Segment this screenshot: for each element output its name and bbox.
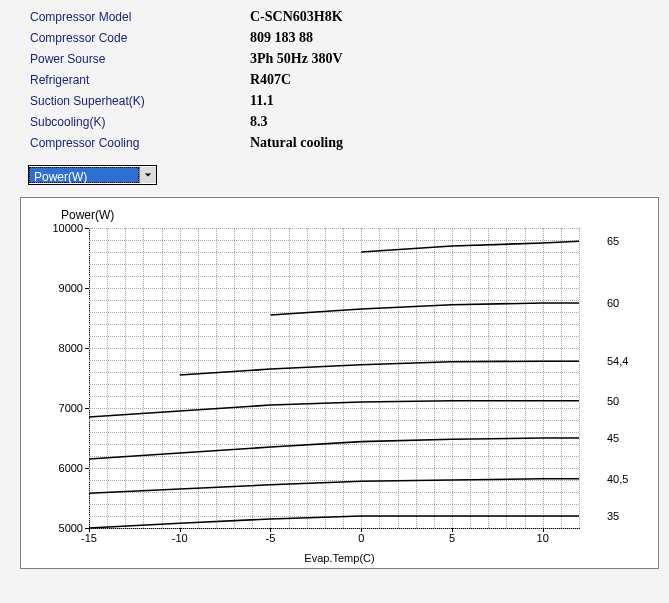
spec-row: Compressor Code809 183 88	[30, 27, 649, 48]
spec-label: Compressor Code	[30, 31, 250, 45]
spec-value: 809 183 88	[250, 30, 313, 46]
spec-row: Compressor CoolingNatural cooling	[30, 132, 649, 153]
series-label: 54,4	[579, 355, 628, 367]
spec-value: Natural cooling	[250, 135, 343, 151]
spec-label: Suction Superheat(K)	[30, 94, 250, 108]
series-lines	[89, 228, 579, 528]
chart-select-combo[interactable]: Power(W)	[28, 165, 157, 185]
spec-row: Compressor ModelC-SCN603H8K	[30, 6, 649, 27]
spec-label: Subcooling(K)	[30, 115, 250, 129]
chart-panel: Power(W) Evap.Temp(C) 500060007000800090…	[20, 197, 659, 569]
spec-label: Compressor Model	[30, 10, 250, 24]
spec-row: RefrigerantR407C	[30, 69, 649, 90]
spec-row: Suction Superheat(K)11.1	[30, 90, 649, 111]
spec-value: 11.1	[250, 93, 274, 109]
x-axis-label: Evap.Temp(C)	[304, 552, 374, 564]
chevron-down-icon	[144, 171, 152, 179]
spec-value: C-SCN603H8K	[250, 9, 343, 25]
spec-row: Subcooling(K)8.3	[30, 111, 649, 132]
plot-area: 5000600070008000900010000-15-10-50510354…	[89, 228, 579, 528]
series-label: 60	[579, 297, 619, 309]
spec-value: 8.3	[250, 114, 268, 130]
spec-row: Power Sourse3Ph 50Hz 380V	[30, 48, 649, 69]
spec-table: Compressor ModelC-SCN603H8K Compressor C…	[0, 0, 669, 157]
series-label: 65	[579, 235, 619, 247]
spec-label: Power Sourse	[30, 52, 250, 66]
series-label: 50	[579, 395, 619, 407]
series-label: 40,5	[579, 473, 628, 485]
combo-selected: Power(W)	[29, 167, 139, 183]
spec-value: R407C	[250, 72, 291, 88]
series-label: 45	[579, 432, 619, 444]
spec-value: 3Ph 50Hz 380V	[250, 51, 343, 67]
spec-label: Refrigerant	[30, 73, 250, 87]
dropdown-button[interactable]	[139, 167, 156, 183]
series-label: 35	[579, 510, 619, 522]
chart-title: Power(W)	[61, 208, 114, 222]
y-tick: 10000	[52, 222, 89, 234]
spec-label: Compressor Cooling	[30, 136, 250, 150]
